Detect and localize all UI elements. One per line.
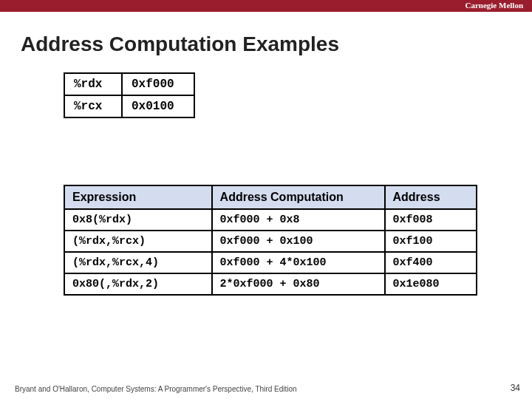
col-header-computation: Address Computation bbox=[212, 185, 385, 209]
register-table: %rdx 0xf000 %rcx 0x0100 bbox=[64, 72, 195, 118]
cell-addr: 0xf100 bbox=[385, 231, 477, 252]
table-row: 0x8(%rdx) 0xf000 + 0x8 0xf008 bbox=[64, 209, 477, 231]
cell-expr: (%rdx,%rcx) bbox=[64, 231, 212, 252]
cell-addr: 0x1e080 bbox=[385, 273, 477, 295]
reg-value: 0xf000 bbox=[122, 73, 194, 95]
footer-text: Bryant and O'Hallaron, Computer Systems:… bbox=[15, 385, 297, 393]
cell-expr: 0x8(%rdx) bbox=[64, 209, 212, 231]
cell-addr: 0xf008 bbox=[385, 209, 477, 231]
col-header-expression: Expression bbox=[64, 185, 212, 209]
cell-addr: 0xf400 bbox=[385, 252, 477, 273]
slide-title: Address Computation Examples bbox=[21, 33, 532, 56]
cell-expr: (%rdx,%rcx,4) bbox=[64, 252, 212, 273]
reg-value: 0x0100 bbox=[122, 95, 194, 117]
col-header-address: Address bbox=[385, 185, 477, 209]
cell-comp: 2*0xf000 + 0x80 bbox=[212, 273, 385, 295]
table-row: 0x80(,%rdx,2) 2*0xf000 + 0x80 0x1e080 bbox=[64, 273, 477, 295]
table-row: %rcx 0x0100 bbox=[64, 95, 194, 117]
cell-expr: 0x80(,%rdx,2) bbox=[64, 273, 212, 295]
cell-comp: 0xf000 + 0x8 bbox=[212, 209, 385, 231]
top-bar: Carnegie Mellon bbox=[0, 0, 532, 12]
table-header-row: Expression Address Computation Address bbox=[64, 185, 477, 209]
table-row: (%rdx,%rcx,4) 0xf000 + 4*0x100 0xf400 bbox=[64, 252, 477, 273]
expression-table: Expression Address Computation Address 0… bbox=[64, 185, 477, 296]
table-row: %rdx 0xf000 bbox=[64, 73, 194, 95]
cell-comp: 0xf000 + 0x100 bbox=[212, 231, 385, 252]
cell-comp: 0xf000 + 4*0x100 bbox=[212, 252, 385, 273]
org-label: Carnegie Mellon bbox=[465, 1, 523, 10]
reg-name: %rcx bbox=[64, 95, 122, 117]
page-number: 34 bbox=[511, 383, 520, 393]
table-row: (%rdx,%rcx) 0xf000 + 0x100 0xf100 bbox=[64, 231, 477, 252]
reg-name: %rdx bbox=[64, 73, 122, 95]
